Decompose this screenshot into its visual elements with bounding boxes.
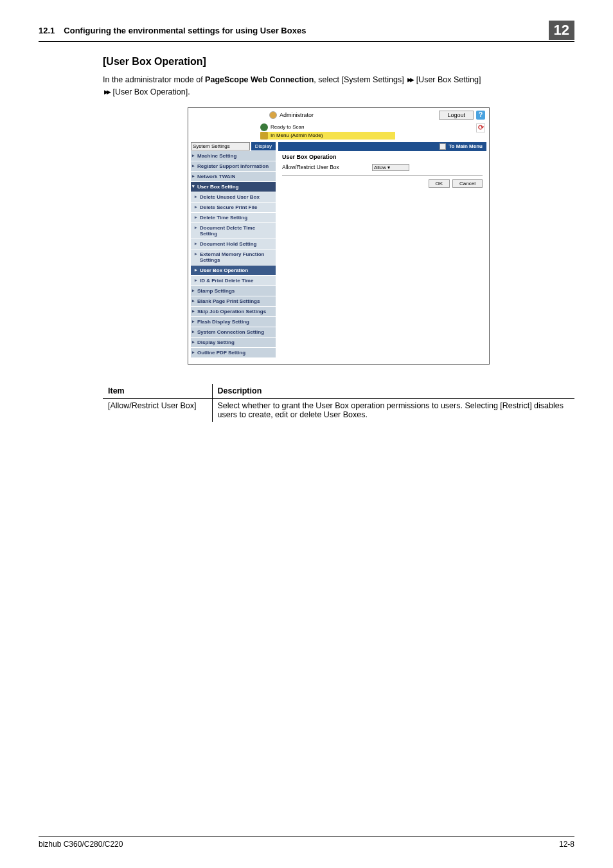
footer-page: 12-8 — [559, 840, 574, 849]
arrow-icon: ▶▶ — [407, 74, 413, 86]
sidebar-item-blank-page[interactable]: Blank Page Print Settings — [191, 296, 276, 306]
user-label: Administrator — [280, 112, 314, 118]
user-icon — [269, 111, 277, 119]
status-ready-text: Ready to Scan — [271, 124, 304, 130]
sidebar-item-skip-job[interactable]: Skip Job Operation Settings — [191, 306, 276, 316]
sidebar-sub-delete-time[interactable]: Delete Time Setting — [191, 212, 276, 222]
status-mode: In Menu (Admin Mode) — [260, 132, 395, 140]
ok-button[interactable]: OK — [429, 179, 450, 188]
table-cell-item: [Allow/Restrict User Box] — [103, 398, 212, 422]
status-mode-icon — [260, 132, 268, 140]
sidebar: System Settings Display Machine Setting … — [191, 142, 276, 357]
section-heading: [User Box Operation] — [103, 56, 574, 68]
main-content-title: User Box Operation — [282, 154, 483, 160]
table-cell-description: Select whether to grant the User Box ope… — [212, 398, 574, 422]
refresh-icon[interactable]: ⟳ — [476, 123, 485, 132]
header-chapter-number: 12 — [549, 21, 574, 40]
intro-text-1: In the administrator mode of — [103, 75, 205, 84]
to-main-menu[interactable]: To Main Menu — [449, 143, 483, 149]
sidebar-item-flash-display[interactable]: Flash Display Setting — [191, 316, 276, 327]
sidebar-sub-doc-delete-time[interactable]: Document Delete Time Setting — [191, 222, 276, 239]
table-header-description: Description — [212, 384, 574, 399]
cancel-button[interactable]: Cancel — [452, 179, 483, 188]
table-header-item: Item — [103, 384, 212, 399]
help-icon[interactable]: ? — [476, 111, 485, 120]
divider — [282, 175, 483, 176]
display-button[interactable]: Display — [251, 142, 276, 150]
sidebar-item-outline-pdf[interactable]: Outline PDF Setting — [191, 347, 276, 357]
sidebar-sub-user-box-operation[interactable]: User Box Operation — [191, 265, 276, 275]
arrow-icon: ▶▶ — [104, 86, 109, 98]
sidebar-sub-delete-unused[interactable]: Delete Unused User Box — [191, 192, 276, 202]
main-top-bar: To Main Menu — [278, 142, 486, 151]
intro-text-3: [User Box Setting] — [414, 75, 481, 84]
sidebar-item-user-box-setting[interactable]: User Box Setting — [191, 181, 276, 192]
footer-model: bizhub C360/C280/C220 — [39, 840, 123, 849]
sidebar-sub-doc-hold[interactable]: Document Hold Setting — [191, 239, 276, 249]
sidebar-sub-delete-secure[interactable]: Delete Secure Print File — [191, 202, 276, 212]
form-label-allow-restrict: Allow/Restrict User Box — [282, 164, 372, 170]
status-mode-text: In Menu (Admin Mode) — [271, 132, 323, 138]
sidebar-item-register-support[interactable]: Register Support Information — [191, 161, 276, 171]
screenshot-panel: Administrator Logout ? Ready to Scan In … — [188, 107, 490, 365]
intro-text-2: , select [System Settings] — [314, 75, 406, 84]
form-row-allow-restrict: Allow/Restrict User Box Allow ▾ — [282, 163, 483, 172]
intro-bold-product: PageScope Web Connection — [205, 75, 314, 84]
user-indicator: Administrator — [269, 111, 439, 119]
allow-restrict-select[interactable]: Allow ▾ — [372, 164, 409, 171]
sidebar-item-display-setting[interactable]: Display Setting — [191, 337, 276, 347]
table-row: [Allow/Restrict User Box] Select whether… — [103, 398, 574, 422]
status-ready: Ready to Scan — [260, 123, 395, 131]
sidebar-item-system-connection[interactable]: System Connection Setting — [191, 327, 276, 337]
sidebar-item-machine-setting[interactable]: Machine Setting — [191, 150, 276, 161]
logout-button[interactable]: Logout — [439, 111, 474, 120]
category-select[interactable]: System Settings — [191, 142, 250, 150]
header-section-number: 12.1 — [39, 26, 55, 35]
header-section-title: Configuring the environmental settings f… — [64, 26, 548, 35]
sidebar-sub-id-print-delete[interactable]: ID & Print Delete Time — [191, 275, 276, 285]
intro-text-4: [User Box Operation]. — [111, 87, 190, 96]
page-footer: bizhub C360/C280/C220 12-8 — [39, 836, 574, 849]
to-main-menu-icon[interactable] — [440, 143, 446, 150]
page-header: 12.1 Configuring the environmental setti… — [39, 21, 574, 42]
sidebar-sub-external-memory[interactable]: External Memory Function Settings — [191, 249, 276, 265]
status-ready-icon — [260, 123, 268, 131]
intro-paragraph: In the administrator mode of PageScope W… — [103, 74, 574, 98]
sidebar-item-stamp[interactable]: Stamp Settings — [191, 285, 276, 296]
sidebar-item-network-twain[interactable]: Network TWAIN — [191, 171, 276, 181]
description-table: Item Description [Allow/Restrict User Bo… — [103, 384, 574, 422]
